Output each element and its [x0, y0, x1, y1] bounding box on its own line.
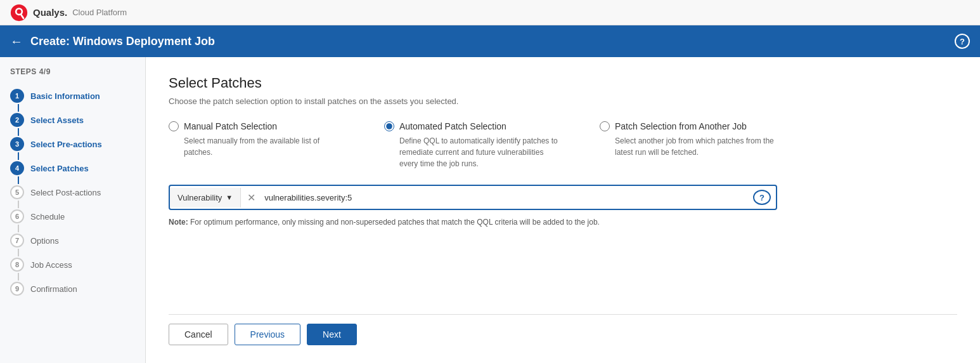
radio-automated[interactable]: [384, 121, 394, 131]
radio-option-another-job-header: Patch Selection from Another Job: [600, 121, 777, 131]
sidebar-item-select-postactions[interactable]: 5 Select Post-actions: [0, 180, 145, 204]
sidebar-item-job-access[interactable]: 8 Job Access: [0, 253, 145, 277]
step-label-4: Select Patches: [30, 164, 89, 173]
back-button[interactable]: ←: [10, 34, 23, 49]
sidebar-item-options[interactable]: 7 Options: [0, 228, 145, 253]
radio-automated-label[interactable]: Automated Patch Selection: [399, 121, 506, 131]
page-subtitle: Choose the patch selection option to ins…: [169, 96, 957, 106]
step-label-1: Basic Information: [30, 91, 100, 101]
next-button[interactable]: Next: [307, 324, 357, 345]
step-label-8: Job Access: [30, 260, 72, 270]
note-body: For optimum performance, only missing an…: [188, 218, 600, 227]
page-title: Select Patches: [169, 75, 957, 91]
radio-option-manual-header: Manual Patch Selection: [169, 121, 346, 131]
logo-area: Qualys. Cloud Platform: [10, 4, 127, 22]
sidebar-item-confirmation[interactable]: 9 Confirmation: [0, 277, 145, 301]
step-label-3: Select Pre-actions: [30, 140, 102, 149]
sidebar-item-select-patches[interactable]: 4 Select Patches: [0, 156, 145, 180]
radio-another-job[interactable]: [600, 121, 610, 131]
content-area: Select Patches Choose the patch selectio…: [146, 57, 980, 363]
svg-point-2: [17, 9, 22, 13]
step-circle-7: 7: [10, 234, 24, 248]
previous-button[interactable]: Previous: [235, 324, 300, 345]
step-circle-2: 2: [10, 113, 24, 127]
radio-automated-desc: Define QQL to automatically identify pat…: [384, 135, 562, 169]
radio-manual-label[interactable]: Manual Patch Selection: [184, 121, 277, 131]
main-layout: STEPS 4/9 1 Basic Information 2 Select A…: [0, 57, 980, 363]
header-title: Create: Windows Deployment Job: [30, 35, 215, 48]
sidebar-item-basic-information[interactable]: 1 Basic Information: [0, 84, 145, 108]
brand-subtitle: Cloud Platform: [72, 8, 127, 17]
sidebar-item-schedule[interactable]: 6 Schedule: [0, 204, 145, 228]
header-bar: ← Create: Windows Deployment Job ?: [0, 25, 980, 57]
note-text: Note: For optimum performance, only miss…: [169, 218, 957, 227]
step-circle-9: 9: [10, 282, 24, 296]
qql-row: Vulnerability ▼ ✕ ?: [169, 185, 777, 210]
step-label-5: Select Post-actions: [30, 188, 101, 197]
step-label-7: Options: [30, 236, 59, 246]
qql-help-button[interactable]: ?: [753, 190, 771, 205]
steps-label: STEPS 4/9: [0, 67, 145, 84]
step-circle-1: 1: [10, 89, 24, 103]
footer: Cancel Previous Next: [169, 314, 957, 345]
sidebar: STEPS 4/9 1 Basic Information 2 Select A…: [0, 57, 146, 363]
sidebar-item-select-assets[interactable]: 2 Select Assets: [0, 108, 145, 132]
header-left: ← Create: Windows Deployment Job: [10, 34, 215, 49]
qql-dropdown[interactable]: Vulnerability ▼: [170, 188, 241, 208]
step-circle-4: 4: [10, 161, 24, 175]
radio-options-group: Manual Patch Selection Select manually f…: [169, 121, 957, 169]
sidebar-item-select-preactions[interactable]: 3 Select Pre-actions: [0, 132, 145, 156]
cancel-button[interactable]: Cancel: [169, 324, 228, 345]
radio-manual[interactable]: [169, 121, 179, 131]
header-help-button[interactable]: ?: [955, 34, 970, 49]
radio-manual-desc: Select manually from the available list …: [169, 135, 346, 158]
brand-name: Qualys.: [33, 7, 67, 18]
chevron-down-icon: ▼: [226, 194, 233, 201]
radio-option-another-job: Patch Selection from Another Job Select …: [600, 121, 777, 169]
radio-another-job-desc: Select another job from which patches fr…: [600, 135, 777, 158]
qql-dropdown-label: Vulnerability: [177, 193, 222, 202]
step-label-6: Schedule: [30, 212, 65, 221]
step-circle-8: 8: [10, 258, 24, 272]
note-label: Note:: [169, 218, 188, 227]
qql-clear-button[interactable]: ✕: [241, 187, 262, 209]
radio-option-manual: Manual Patch Selection Select manually f…: [169, 121, 346, 169]
step-circle-5: 5: [10, 185, 24, 199]
step-circle-6: 6: [10, 209, 24, 223]
qualys-logo-icon: [10, 4, 28, 22]
step-circle-3: 3: [10, 137, 24, 151]
step-label-9: Confirmation: [30, 284, 77, 294]
top-bar: Qualys. Cloud Platform: [0, 0, 980, 25]
radio-option-automated: Automated Patch Selection Define QQL to …: [384, 121, 562, 169]
radio-another-job-label[interactable]: Patch Selection from Another Job: [615, 121, 747, 131]
radio-option-automated-header: Automated Patch Selection: [384, 121, 562, 131]
step-label-2: Select Assets: [30, 116, 84, 125]
qql-input[interactable]: [262, 188, 748, 208]
